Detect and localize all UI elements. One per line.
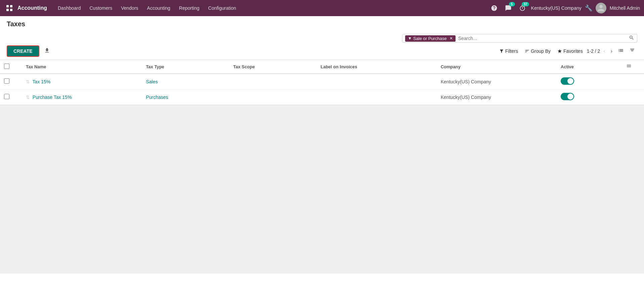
- svg-rect-3: [10, 9, 12, 11]
- nav-link-customers[interactable]: Customers: [86, 3, 117, 13]
- row2-labelinv-cell: [316, 89, 436, 105]
- nav-link-configuration[interactable]: Configuration: [204, 3, 240, 13]
- messages-icon-btn[interactable]: 5: [503, 3, 514, 13]
- svg-rect-2: [6, 9, 9, 11]
- row2-checkbox-cell: [0, 89, 22, 105]
- groupby-label: Group By: [531, 48, 551, 54]
- prev-page-button[interactable]: ‹: [601, 47, 607, 55]
- svg-rect-1: [10, 5, 12, 7]
- row1-checkbox[interactable]: [4, 78, 9, 84]
- company-name: Kentucky(US) Company: [531, 5, 582, 11]
- filters-button[interactable]: Filters: [497, 47, 521, 55]
- timer-icon-btn[interactable]: 37: [517, 3, 528, 13]
- nav-link-dashboard[interactable]: Dashboard: [54, 3, 85, 13]
- row1-active-toggle[interactable]: [561, 77, 574, 85]
- pagination: 1-2 / 2 ‹ ›: [587, 47, 614, 55]
- nav-link-vendors[interactable]: Vendors: [117, 3, 142, 13]
- filters-label: Filters: [505, 48, 518, 54]
- app-brand: Accounting: [17, 5, 47, 11]
- table-row: ⇅ Purchase Tax 15% Purchases Kentucky(US…: [0, 89, 644, 105]
- row1-company: Kentucky(US) Company: [441, 79, 491, 84]
- timer-badge: 37: [522, 2, 529, 6]
- row2-taxtype: Purchases: [146, 95, 168, 100]
- bottom-area: [0, 105, 644, 273]
- col-header-company: Company: [437, 60, 557, 74]
- data-table: Tax Name Tax Type Tax Scope Label on Inv…: [0, 60, 644, 105]
- col-settings-icon[interactable]: [626, 64, 632, 70]
- wrench-icon[interactable]: 🔧: [585, 4, 592, 12]
- search-input[interactable]: [457, 35, 629, 42]
- row1-labelinv-cell: [316, 74, 436, 89]
- col-header-labelinv: Label on Invoices: [316, 60, 436, 74]
- row1-taxtype: Sales: [146, 79, 158, 84]
- row1-taxscope-cell: [229, 74, 316, 89]
- col-header-taxscope: Tax Scope: [229, 60, 316, 74]
- row1-taxname-cell: ⇅ Tax 15%: [22, 74, 142, 89]
- avatar[interactable]: [596, 3, 606, 13]
- username: Mitchell Admin: [610, 5, 640, 11]
- toolbar-right: Filters Group By Favorites 1-2 / 2 ‹ ›: [497, 46, 637, 57]
- nav-links: Dashboard Customers Vendors Accounting R…: [54, 3, 487, 13]
- row2-company: Kentucky(US) Company: [441, 95, 491, 100]
- row1-taxtype-cell: Sales: [142, 74, 229, 89]
- row2-drag-handle[interactable]: ⇅: [26, 95, 30, 100]
- favorites-label: Favorites: [563, 48, 583, 54]
- toolbar-left: CREATE: [7, 45, 52, 57]
- groupby-button[interactable]: Group By: [522, 47, 553, 55]
- nav-link-accounting[interactable]: Accounting: [143, 3, 174, 13]
- main-content: Taxes ▼ Sale or Purchase ✕ CREATE: [0, 16, 644, 299]
- page-title: Taxes: [7, 20, 637, 28]
- messages-badge: 5: [509, 2, 515, 6]
- row1-drag-handle[interactable]: ⇅: [26, 79, 30, 84]
- nav-link-reporting[interactable]: Reporting: [175, 3, 204, 13]
- download-button[interactable]: [42, 46, 52, 57]
- nav-right: 5 37 Kentucky(US) Company 🔧 Mitchell Adm…: [489, 3, 640, 13]
- filter-tag-sale-or-purchase: ▼ Sale or Purchase ✕: [405, 35, 456, 42]
- row2-taxname-link[interactable]: Purchase Tax 15%: [33, 95, 72, 100]
- pagination-text: 1-2 / 2: [587, 48, 600, 54]
- col-header-select-all: [0, 60, 22, 74]
- table-header-row: Tax Name Tax Type Tax Scope Label on Inv…: [0, 60, 644, 74]
- row2-active-toggle[interactable]: [561, 93, 574, 100]
- column-settings-button[interactable]: [627, 46, 637, 57]
- row2-checkbox[interactable]: [4, 94, 9, 99]
- row2-company-cell: Kentucky(US) Company: [437, 89, 557, 105]
- row2-taxtype-cell: Purchases: [142, 89, 229, 105]
- apps-grid-icon[interactable]: [4, 3, 15, 13]
- filter-tag-text: Sale or Purchase: [413, 36, 447, 41]
- support-icon-btn[interactable]: [489, 3, 500, 13]
- col-header-taxtype: Tax Type: [142, 60, 229, 74]
- search-area: ▼ Sale or Purchase ✕: [402, 34, 637, 43]
- row1-active-cell: [557, 74, 622, 89]
- row1-company-cell: Kentucky(US) Company: [437, 74, 557, 89]
- select-all-checkbox[interactable]: [4, 64, 9, 69]
- row2-taxscope-cell: [229, 89, 316, 105]
- row1-taxname-link[interactable]: Tax 15%: [33, 79, 51, 84]
- svg-rect-0: [6, 5, 9, 7]
- next-page-button[interactable]: ›: [609, 47, 614, 55]
- col-header-taxname: Tax Name: [22, 60, 142, 74]
- filter-icon: ▼: [408, 36, 412, 41]
- table-body: ⇅ Tax 15% Sales Kentucky(US) Company: [0, 74, 644, 105]
- search-button[interactable]: [629, 35, 634, 42]
- row2-active-cell: [557, 89, 622, 105]
- create-button[interactable]: CREATE: [7, 45, 39, 57]
- filter-tag-close[interactable]: ✕: [449, 36, 453, 41]
- col-header-active: Active: [557, 60, 622, 74]
- toolbar: CREATE Filters Group By Favorites 1-2 / …: [0, 45, 644, 60]
- table-row: ⇅ Tax 15% Sales Kentucky(US) Company: [0, 74, 644, 89]
- row1-settings-cell: [622, 74, 644, 89]
- col-header-settings: [622, 60, 644, 74]
- page-header: Taxes: [0, 16, 644, 34]
- row1-checkbox-cell: [0, 74, 22, 89]
- top-navigation: Accounting Dashboard Customers Vendors A…: [0, 0, 644, 16]
- row2-taxname-cell: ⇅ Purchase Tax 15%: [22, 89, 142, 105]
- list-view-button[interactable]: [616, 46, 626, 57]
- favorites-button[interactable]: Favorites: [555, 47, 586, 55]
- row2-settings-cell: [622, 89, 644, 105]
